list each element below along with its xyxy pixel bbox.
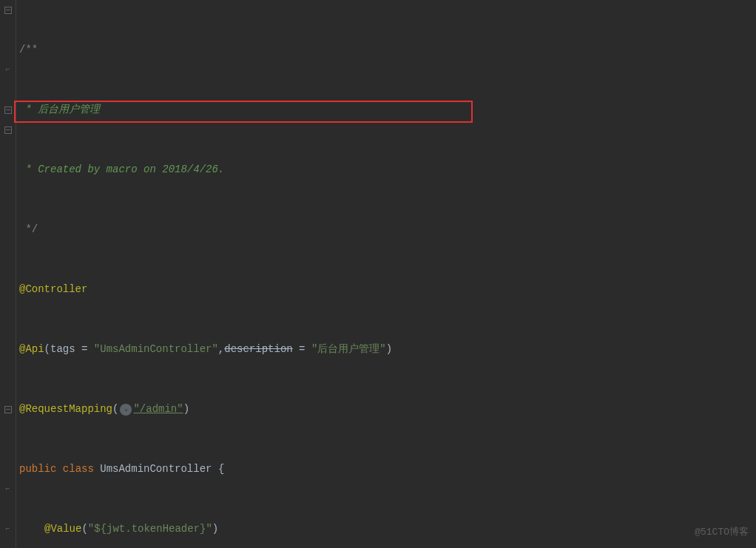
comment-open: /** [19,40,38,60]
paren: ) [212,519,218,539]
paren: ) [183,399,189,419]
gutter-row [0,499,16,519]
fold-icon[interactable] [0,120,16,140]
fold-icon[interactable] [0,100,16,120]
gutter-row [0,180,16,200]
space [94,459,100,479]
paren: ( [81,519,87,539]
gutter-row [0,300,16,319]
eq: = [293,339,311,359]
space [56,459,62,479]
gutter-row [0,160,16,180]
keyword-public: public [19,459,56,479]
space [212,459,217,479]
comma: , [218,339,224,359]
gutter-row [0,20,16,40]
annotation-controller: @Controller [19,280,87,300]
globe-icon[interactable]: ⌄ [120,404,132,416]
fold-icon[interactable]: ⌐ [0,479,16,499]
gutter-row [0,439,16,459]
gutter-row [0,220,16,240]
gutter-row [0,359,16,379]
comment-close: */ [19,220,38,240]
gutter-row [0,419,16,439]
comment-text: * Created by macro on 2018/4/26. [19,160,224,180]
gutter-row [0,240,16,260]
gutter-row [0,200,16,220]
editor-gutter[interactable]: ⌐ ⌐ ⌐ [0,0,16,548]
fold-icon[interactable] [0,399,16,419]
brace: { [218,459,224,479]
deprecated-param: description [224,339,292,359]
code-content[interactable]: /** * 后台用户管理 * Created by macro on 2018/… [16,0,756,548]
annotation-value: @Value [44,519,81,539]
param-label: tags = [50,339,94,359]
code-editor[interactable]: ⌐ ⌐ ⌐ /** * 后台用户管理 * Created by macro on… [0,0,756,548]
gutter-row [0,459,16,479]
gutter-row [0,80,16,100]
comment-text: * 后台用户管理 [19,100,100,120]
gutter-row [0,140,16,160]
gutter-row [0,339,16,359]
string-literal: "UmsAdminController" [94,339,218,359]
url-string[interactable]: "/admin" [133,399,183,419]
fold-icon[interactable]: ⌐ [0,60,16,80]
paren: ( [112,399,118,419]
annotation-requestmapping: @RequestMapping [19,399,112,419]
paren: ( [44,339,50,359]
fold-icon[interactable] [0,0,16,20]
keyword-class: class [63,459,94,479]
class-name: UmsAdminController [100,459,212,479]
gutter-row [0,319,16,339]
gutter-row [0,260,16,280]
string-literal: "后台用户管理" [311,339,386,359]
watermark-text: @51CTO博客 [695,522,749,542]
gutter-row [0,379,16,399]
gutter-row [0,280,16,300]
fold-icon[interactable]: ⌐ [0,519,16,539]
string-literal: "${jwt.tokenHeader}" [88,519,212,539]
annotation-api: @Api [19,339,44,359]
paren: ) [386,339,392,359]
gutter-row [0,40,16,60]
